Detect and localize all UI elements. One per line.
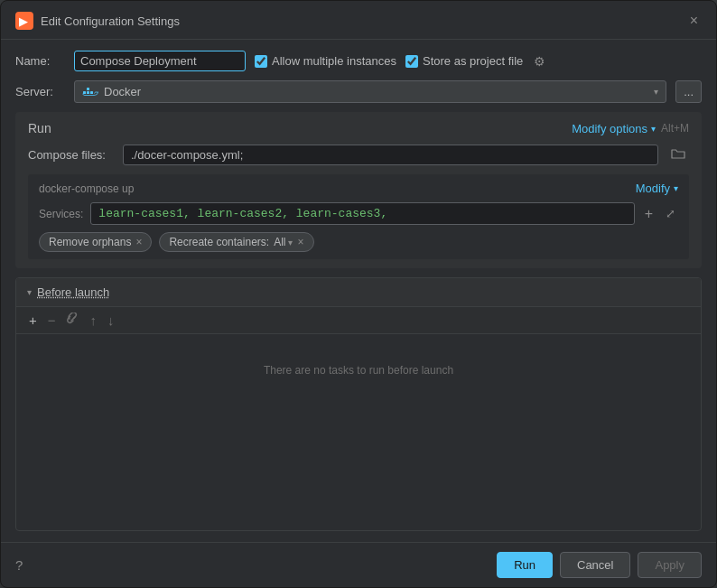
- recreate-containers-label: Recreate containers:: [169, 236, 269, 248]
- services-label: Services:: [39, 208, 83, 220]
- run-section-title: Run: [28, 121, 51, 135]
- modify-options-button[interactable]: Modify options ▾: [572, 122, 656, 135]
- subsection-title: docker-compose up: [39, 182, 134, 195]
- server-label: Server:: [15, 85, 65, 98]
- app-icon: ▶: [15, 12, 33, 30]
- tags-row: Remove orphans × Recreate containers: Al…: [39, 232, 678, 252]
- footer-actions: Run Cancel Apply: [497, 552, 702, 578]
- docker-compose-up-subsection: docker-compose up Modify ▾ Services: + ⤢: [28, 174, 689, 259]
- name-label: Name:: [15, 54, 65, 68]
- svg-text:▶: ▶: [19, 15, 28, 28]
- remove-orphans-label: Remove orphans: [49, 236, 131, 248]
- before-launch-toolbar: + − ↑ ↓: [16, 307, 701, 334]
- recreate-containers-tag: Recreate containers: All ▾ ×: [159, 232, 313, 252]
- before-launch-empty-message: There are no tasks to run before launch: [16, 334, 701, 406]
- recreate-containers-value: All: [274, 236, 285, 248]
- compose-files-row: Compose files:: [28, 145, 689, 165]
- svg-rect-3: [87, 91, 89, 94]
- dialog-content: Name: Allow multiple instances Store as …: [1, 40, 716, 542]
- allow-multiple-checkbox[interactable]: [255, 55, 267, 68]
- title-bar: ▶ Edit Configuration Settings ×: [1, 1, 716, 40]
- store-as-project-label[interactable]: Store as project file: [405, 54, 523, 68]
- recreate-containers-dropdown[interactable]: All ▾: [274, 236, 293, 248]
- store-as-project-checkbox[interactable]: [405, 55, 418, 68]
- recreate-containers-close-button[interactable]: ×: [297, 237, 303, 247]
- cancel-button[interactable]: Cancel: [560, 552, 630, 578]
- before-launch-title: Before launch: [37, 285, 109, 299]
- dialog-title: Edit Configuration Settings: [41, 14, 679, 28]
- apply-button[interactable]: Apply: [638, 552, 702, 578]
- server-dropdown-arrow: ▾: [654, 87, 658, 97]
- settings-gear-icon: ⚙: [534, 54, 545, 69]
- server-name: Docker: [104, 85, 141, 98]
- remove-orphans-close-button[interactable]: ×: [135, 237, 142, 247]
- move-down-button[interactable]: ↓: [104, 311, 118, 330]
- link-task-button[interactable]: [63, 311, 83, 330]
- help-button[interactable]: ?: [15, 557, 23, 573]
- recreate-containers-arrow-icon: ▾: [288, 238, 293, 247]
- dialog-footer: ? Run Cancel Apply: [1, 542, 716, 587]
- subsection-header: docker-compose up Modify ▾: [39, 182, 678, 195]
- before-launch-section: ▾ Before launch + − ↑ ↓ There are no tas…: [15, 277, 702, 531]
- expand-services-button[interactable]: ⤢: [663, 205, 678, 222]
- server-dropdown[interactable]: Docker ▾: [74, 80, 666, 103]
- svg-rect-5: [87, 88, 89, 90]
- remove-orphans-tag: Remove orphans ×: [39, 232, 152, 252]
- compose-files-label: Compose files:: [28, 148, 114, 162]
- modify-options-dropdown-icon: ▾: [651, 124, 656, 134]
- run-button[interactable]: Run: [497, 552, 553, 578]
- services-row: Services: + ⤢: [39, 202, 678, 225]
- edit-config-dialog: ▶ Edit Configuration Settings × Name: Al…: [0, 0, 717, 588]
- add-task-button[interactable]: +: [25, 311, 41, 330]
- collapse-before-launch-icon: ▾: [27, 287, 32, 297]
- svg-rect-4: [90, 91, 93, 94]
- close-button[interactable]: ×: [686, 12, 702, 30]
- link-icon: [67, 313, 79, 325]
- browse-compose-files-button[interactable]: [667, 145, 689, 164]
- name-input[interactable]: [74, 51, 246, 71]
- compose-files-input[interactable]: [123, 145, 658, 165]
- docker-icon: [82, 87, 98, 98]
- move-up-button[interactable]: ↑: [87, 311, 101, 330]
- server-row: Server: Docker ▾ ...: [15, 80, 702, 103]
- before-launch-header[interactable]: ▾ Before launch: [16, 278, 701, 307]
- run-section-header: Run Modify options ▾ Alt+M: [28, 121, 689, 135]
- remove-task-button[interactable]: −: [44, 311, 60, 330]
- server-browse-button[interactable]: ...: [675, 80, 702, 103]
- allow-multiple-label[interactable]: Allow multiple instances: [255, 54, 396, 68]
- modify-options-shortcut: Alt+M: [661, 122, 689, 135]
- add-service-button[interactable]: +: [642, 204, 656, 224]
- modify-button[interactable]: Modify ▾: [636, 182, 678, 195]
- name-row: Name: Allow multiple instances Store as …: [15, 51, 702, 71]
- run-section: Run Modify options ▾ Alt+M Compose files…: [15, 112, 702, 268]
- modify-dropdown-icon: ▾: [674, 183, 678, 193]
- folder-icon: [671, 147, 685, 160]
- services-input[interactable]: [90, 202, 634, 225]
